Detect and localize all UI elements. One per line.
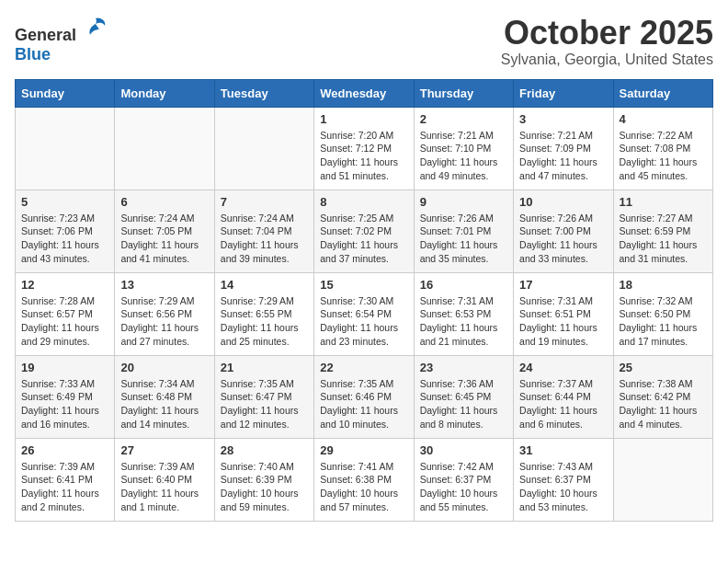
day-number: 8 [320,195,407,209]
cell-info: Sunrise: 7:27 AMSunset: 6:59 PMDaylight:… [620,212,707,266]
day-number: 10 [519,195,607,209]
month-title: October 2025 [501,15,713,52]
day-number: 3 [519,112,607,126]
week-row-2: 5Sunrise: 7:23 AMSunset: 7:06 PMDaylight… [16,190,713,272]
day-number: 30 [420,443,507,457]
day-number: 19 [21,361,108,374]
cell-info: Sunrise: 7:38 AMSunset: 6:42 PMDaylight:… [620,377,707,431]
day-number: 27 [120,443,208,457]
week-row-3: 12Sunrise: 7:28 AMSunset: 6:57 PMDayligh… [16,272,713,355]
calendar-cell: 19Sunrise: 7:33 AMSunset: 6:49 PMDayligh… [16,355,115,438]
logo: General Blue [15,15,108,64]
calendar-cell: 14Sunrise: 7:29 AMSunset: 6:55 PMDayligh… [214,272,313,355]
calendar-cell: 4Sunrise: 7:22 AMSunset: 7:08 PMDaylight… [613,107,712,190]
calendar-cell: 17Sunrise: 7:31 AMSunset: 6:51 PMDayligh… [514,272,613,355]
calendar-cell [214,107,313,190]
day-number: 12 [21,278,108,292]
cell-info: Sunrise: 7:31 AMSunset: 6:51 PMDaylight:… [519,294,607,349]
calendar-table: SundayMondayTuesdayWednesdayThursdayFrid… [15,79,713,522]
cell-info: Sunrise: 7:35 AMSunset: 6:47 PMDaylight:… [221,377,308,431]
calendar-cell: 3Sunrise: 7:21 AMSunset: 7:09 PMDaylight… [514,107,613,190]
calendar-cell: 31Sunrise: 7:43 AMSunset: 6:37 PMDayligh… [514,438,613,521]
cell-info: Sunrise: 7:34 AMSunset: 6:48 PMDaylight:… [120,377,208,431]
cell-info: Sunrise: 7:39 AMSunset: 6:40 PMDaylight:… [120,460,208,514]
cell-info: Sunrise: 7:28 AMSunset: 6:57 PMDaylight:… [21,294,108,349]
day-number: 21 [221,361,308,374]
calendar-cell: 12Sunrise: 7:28 AMSunset: 6:57 PMDayligh… [16,272,115,355]
calendar-cell [16,107,115,190]
cell-info: Sunrise: 7:26 AMSunset: 7:00 PMDaylight:… [519,212,607,266]
cell-info: Sunrise: 7:42 AMSunset: 6:37 PMDaylight:… [420,460,507,514]
week-row-1: 1Sunrise: 7:20 AMSunset: 7:12 PMDaylight… [16,107,713,190]
day-number: 4 [620,112,707,126]
calendar-cell: 15Sunrise: 7:30 AMSunset: 6:54 PMDayligh… [314,272,414,355]
calendar-cell: 26Sunrise: 7:39 AMSunset: 6:41 PMDayligh… [16,438,115,521]
day-number: 2 [420,112,507,126]
header-thursday: Thursday [414,79,513,107]
title-block: October 2025 Sylvania, Georgia, United S… [501,15,713,68]
day-number: 6 [120,195,208,209]
cell-info: Sunrise: 7:40 AMSunset: 6:39 PMDaylight:… [221,460,308,514]
calendar-cell: 9Sunrise: 7:26 AMSunset: 7:01 PMDaylight… [414,190,513,272]
cell-info: Sunrise: 7:20 AMSunset: 7:12 PMDaylight:… [320,129,407,183]
day-number: 5 [21,195,108,209]
calendar-cell: 11Sunrise: 7:27 AMSunset: 6:59 PMDayligh… [613,190,712,272]
header-saturday: Saturday [613,79,712,107]
cell-info: Sunrise: 7:21 AMSunset: 7:09 PMDaylight:… [519,129,607,183]
cell-info: Sunrise: 7:29 AMSunset: 6:56 PMDaylight:… [120,294,208,349]
page-header: General Blue October 2025 Sylvania, Geor… [15,15,713,68]
header-sunday: Sunday [16,79,115,107]
calendar-cell: 22Sunrise: 7:35 AMSunset: 6:46 PMDayligh… [314,355,414,438]
week-row-5: 26Sunrise: 7:39 AMSunset: 6:41 PMDayligh… [16,438,713,521]
cell-info: Sunrise: 7:22 AMSunset: 7:08 PMDaylight:… [620,129,707,183]
cell-info: Sunrise: 7:37 AMSunset: 6:44 PMDaylight:… [519,377,607,431]
day-number: 17 [519,278,607,292]
cell-info: Sunrise: 7:25 AMSunset: 7:02 PMDaylight:… [320,212,407,266]
day-number: 25 [620,361,707,374]
header-tuesday: Tuesday [214,79,313,107]
calendar-cell: 21Sunrise: 7:35 AMSunset: 6:47 PMDayligh… [214,355,313,438]
day-number: 20 [120,361,208,374]
header-monday: Monday [115,79,214,107]
calendar-cell: 7Sunrise: 7:24 AMSunset: 7:04 PMDaylight… [214,190,313,272]
day-number: 14 [221,278,308,292]
day-number: 23 [420,361,507,374]
calendar-cell: 25Sunrise: 7:38 AMSunset: 6:42 PMDayligh… [613,355,712,438]
calendar-cell: 13Sunrise: 7:29 AMSunset: 6:56 PMDayligh… [115,272,214,355]
cell-info: Sunrise: 7:26 AMSunset: 7:01 PMDaylight:… [420,212,507,266]
calendar-cell [613,438,712,521]
calendar-cell: 8Sunrise: 7:25 AMSunset: 7:02 PMDaylight… [314,190,414,272]
day-number: 24 [519,361,607,374]
day-number: 15 [320,278,407,292]
cell-info: Sunrise: 7:24 AMSunset: 7:05 PMDaylight:… [120,212,208,266]
cell-info: Sunrise: 7:32 AMSunset: 6:50 PMDaylight:… [620,294,707,349]
calendar-cell: 28Sunrise: 7:40 AMSunset: 6:39 PMDayligh… [214,438,313,521]
calendar-cell: 20Sunrise: 7:34 AMSunset: 6:48 PMDayligh… [115,355,214,438]
cell-info: Sunrise: 7:43 AMSunset: 6:37 PMDaylight:… [519,460,607,514]
logo-general: General [15,26,76,44]
week-row-4: 19Sunrise: 7:33 AMSunset: 6:49 PMDayligh… [16,355,713,438]
calendar-cell: 2Sunrise: 7:21 AMSunset: 7:10 PMDaylight… [414,107,513,190]
cell-info: Sunrise: 7:41 AMSunset: 6:38 PMDaylight:… [320,460,407,514]
cell-info: Sunrise: 7:21 AMSunset: 7:10 PMDaylight:… [420,129,507,183]
calendar-cell: 29Sunrise: 7:41 AMSunset: 6:38 PMDayligh… [314,438,414,521]
calendar-cell: 10Sunrise: 7:26 AMSunset: 7:00 PMDayligh… [514,190,613,272]
day-number: 18 [620,278,707,292]
day-number: 28 [221,443,308,457]
location-title: Sylvania, Georgia, United States [501,52,713,68]
calendar-cell: 27Sunrise: 7:39 AMSunset: 6:40 PMDayligh… [115,438,214,521]
cell-info: Sunrise: 7:31 AMSunset: 6:53 PMDaylight:… [420,294,507,349]
header-wednesday: Wednesday [314,79,414,107]
calendar-cell: 24Sunrise: 7:37 AMSunset: 6:44 PMDayligh… [514,355,613,438]
logo-bird-icon [83,15,108,40]
day-number: 11 [620,195,707,209]
day-number: 7 [221,195,308,209]
cell-info: Sunrise: 7:35 AMSunset: 6:46 PMDaylight:… [320,377,407,431]
calendar-cell: 30Sunrise: 7:42 AMSunset: 6:37 PMDayligh… [414,438,513,521]
logo-text: General Blue [15,15,108,64]
cell-info: Sunrise: 7:39 AMSunset: 6:41 PMDaylight:… [21,460,108,514]
cell-info: Sunrise: 7:23 AMSunset: 7:06 PMDaylight:… [21,212,108,266]
day-number: 9 [420,195,507,209]
day-number: 13 [120,278,208,292]
calendar-cell: 1Sunrise: 7:20 AMSunset: 7:12 PMDaylight… [314,107,414,190]
